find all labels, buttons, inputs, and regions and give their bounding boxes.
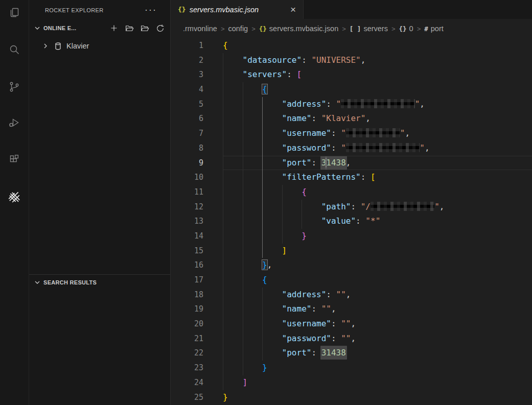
- breadcrumb-item-file[interactable]: {} servers.mvbasic.json: [259, 25, 338, 33]
- code-line[interactable]: 5"address": "",: [171, 97, 532, 112]
- line-number[interactable]: 1: [171, 38, 203, 53]
- section-search-results[interactable]: SEARCH RESULTS: [29, 274, 170, 290]
- open-folder-icon[interactable]: [140, 23, 150, 33]
- code-line[interactable]: 1{: [171, 38, 532, 53]
- line-number[interactable]: 15: [171, 244, 203, 258]
- code-line[interactable]: 25}: [171, 390, 532, 405]
- code-token: "": [321, 304, 331, 314]
- line-number[interactable]: 20: [171, 317, 203, 331]
- code-token: {: [262, 84, 267, 94]
- line-number[interactable]: 19: [171, 302, 203, 317]
- code-token: ]: [243, 377, 248, 387]
- code-line[interactable]: 3"servers": [: [171, 67, 532, 82]
- indent-guide: [223, 67, 223, 82]
- section-online-editors[interactable]: ONLINE E...: [29, 20, 170, 36]
- files-icon[interactable]: [0, 1, 29, 25]
- line-number[interactable]: 14: [171, 229, 203, 244]
- line-number[interactable]: 21: [171, 331, 203, 346]
- indent-guide: [243, 111, 243, 126]
- code-token: ,: [440, 202, 445, 211]
- indent-guide: [262, 229, 263, 244]
- line-number[interactable]: 4: [171, 82, 203, 97]
- line-number[interactable]: 7: [171, 126, 203, 141]
- line-number[interactable]: 5: [171, 97, 203, 112]
- online-editors-tree: Klavier: [29, 36, 170, 274]
- code-line[interactable]: 13"value": "*": [171, 214, 532, 229]
- code-line[interactable]: 15]: [171, 244, 532, 258]
- tree-item-klavier[interactable]: Klavier: [29, 39, 170, 53]
- json-braces-icon: {}: [259, 25, 267, 33]
- code-token: :: [326, 99, 336, 109]
- extensions-icon[interactable]: [0, 147, 29, 172]
- code-line[interactable]: 8"password": "",: [171, 141, 532, 156]
- source-control-icon[interactable]: [0, 75, 29, 99]
- more-actions-icon[interactable]: ···: [145, 2, 157, 17]
- code-token: :: [331, 333, 341, 343]
- code-line[interactable]: 17{: [171, 273, 532, 288]
- indent-guide: [223, 53, 223, 68]
- line-number[interactable]: 17: [171, 273, 203, 288]
- add-icon[interactable]: [109, 23, 119, 33]
- breadcrumb-item-config[interactable]: config: [228, 25, 248, 33]
- line-number[interactable]: 10: [171, 170, 203, 185]
- line-number[interactable]: 12: [171, 200, 203, 215]
- code-line[interactable]: 18"address": "",: [171, 288, 532, 302]
- tab-servers-mvbasic-json[interactable]: {} servers.mvbasic.json ×: [171, 0, 304, 19]
- indent-guide: [223, 317, 223, 331]
- line-number[interactable]: 22: [171, 346, 203, 361]
- search-icon[interactable]: [0, 37, 29, 62]
- code-line[interactable]: 24]: [171, 375, 532, 390]
- line-number[interactable]: 24: [171, 375, 203, 390]
- code-line[interactable]: 21"password": "",: [171, 331, 532, 346]
- code-token: "": [336, 290, 346, 299]
- line-number[interactable]: 9: [171, 156, 203, 171]
- line-number[interactable]: 16: [171, 258, 203, 273]
- rocket-icon[interactable]: [0, 184, 29, 208]
- breadcrumb-item-0[interactable]: {} 0: [399, 25, 413, 33]
- code-token: }: [262, 260, 267, 270]
- code-line[interactable]: 12"path": "/",: [171, 200, 532, 215]
- code-line[interactable]: 10"filterPatterns": [: [171, 170, 532, 185]
- run-debug-icon[interactable]: [0, 110, 29, 135]
- code-line[interactable]: 11{: [171, 185, 532, 200]
- refresh-icon[interactable]: [155, 23, 165, 33]
- code-area[interactable]: 1{2"datasource": "UNIVERSE",3"servers": …: [171, 38, 532, 405]
- breadcrumb-item-rmvonline[interactable]: .rmvonline: [183, 25, 217, 33]
- indent-guide: [262, 170, 263, 185]
- code-line[interactable]: 20"username": "",: [171, 317, 532, 331]
- breadcrumb-item-servers[interactable]: [ ] servers: [350, 25, 388, 33]
- code-line[interactable]: 7"username": "",: [171, 126, 532, 141]
- indent-guide: [262, 156, 263, 171]
- redacted-text: [346, 128, 400, 137]
- close-icon[interactable]: ×: [288, 5, 298, 14]
- line-number[interactable]: 11: [171, 185, 203, 200]
- code-line[interactable]: 9"port": 31438,: [171, 156, 532, 171]
- indent-guide: [223, 141, 223, 156]
- redacted-text: [371, 202, 434, 211]
- line-number[interactable]: 2: [171, 53, 203, 68]
- open-folder-icon[interactable]: [124, 23, 134, 33]
- breadcrumb-item-port[interactable]: # port: [424, 25, 444, 33]
- line-number[interactable]: 23: [171, 361, 203, 375]
- line-number[interactable]: 13: [171, 214, 203, 229]
- code-line[interactable]: 6"name": "Klavier",: [171, 111, 532, 126]
- line-number[interactable]: 18: [171, 288, 203, 302]
- indent-guide: [243, 361, 243, 375]
- indent-guide: [243, 288, 243, 302]
- line-number[interactable]: 8: [171, 141, 203, 156]
- code-token: "/: [361, 202, 371, 211]
- code-line[interactable]: 4{: [171, 82, 532, 97]
- indent-guide: [262, 288, 263, 302]
- code-token: ,: [365, 113, 371, 123]
- code-token: "datasource": [243, 55, 302, 65]
- line-number[interactable]: 3: [171, 67, 203, 82]
- indent-guide: [282, 185, 283, 200]
- code-line[interactable]: 23}: [171, 361, 532, 375]
- line-number[interactable]: 6: [171, 111, 203, 126]
- code-line[interactable]: 22"port": 31438: [171, 346, 532, 361]
- code-line[interactable]: 14}: [171, 229, 532, 244]
- code-line[interactable]: 16},: [171, 258, 532, 273]
- code-line[interactable]: 2"datasource": "UNIVERSE",: [171, 53, 532, 68]
- line-number[interactable]: 25: [171, 390, 203, 405]
- code-line[interactable]: 19"name": "",: [171, 302, 532, 317]
